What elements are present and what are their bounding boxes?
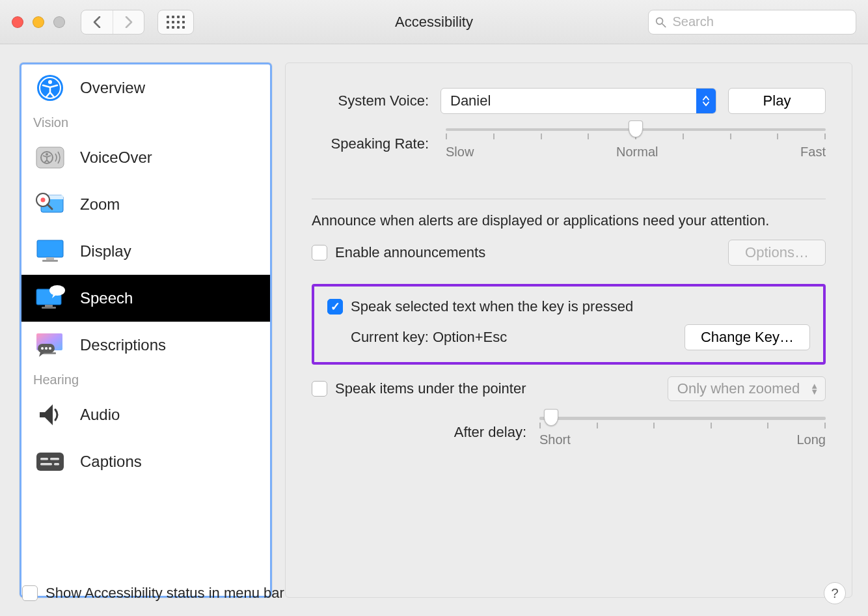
audio-icon xyxy=(32,399,68,430)
sidebar-item-overview[interactable]: Overview xyxy=(21,64,270,111)
sidebar-item-zoom[interactable]: Zoom xyxy=(21,181,270,228)
show-status-checkbox[interactable] xyxy=(22,585,38,601)
enable-announcements-label: Enable announcements xyxy=(335,244,485,261)
show-all-button[interactable] xyxy=(157,10,194,35)
after-delay-slider[interactable]: Short Long xyxy=(539,417,826,447)
speak-pointer-label: Speak items under the pointer xyxy=(335,380,526,397)
slider-thumb[interactable] xyxy=(544,409,558,426)
svg-rect-14 xyxy=(46,257,54,260)
back-button[interactable] xyxy=(81,10,113,34)
speaking-rate-row: Speaking Rate: Slow Normal Fast xyxy=(312,128,826,160)
delay-tick-short: Short xyxy=(539,432,571,447)
title-bar: Accessibility xyxy=(0,0,868,44)
svg-point-11 xyxy=(41,198,46,203)
speaking-rate-slider[interactable]: Slow Normal Fast xyxy=(446,128,826,160)
help-icon: ? xyxy=(831,586,838,601)
sidebar[interactable]: Overview Vision VoiceOver Zoom Display S xyxy=(20,63,272,598)
descriptions-icon xyxy=(32,329,68,361)
sidebar-item-descriptions[interactable]: Descriptions xyxy=(21,322,270,369)
search-input[interactable] xyxy=(671,14,850,30)
captions-icon xyxy=(32,446,68,477)
minimize-window-button[interactable] xyxy=(33,16,44,28)
accessibility-icon xyxy=(32,72,68,104)
svg-rect-13 xyxy=(37,240,63,257)
svg-rect-15 xyxy=(42,260,58,262)
after-delay-label: After delay: xyxy=(344,424,526,441)
announcements-options-button: Options… xyxy=(728,240,826,266)
footer-row: Show Accessibility status in menu bar xyxy=(22,585,284,602)
speak-pointer-row: Speak items under the pointer Only when … xyxy=(312,376,826,401)
sidebar-item-label: Speech xyxy=(80,289,133,307)
system-voice-row: System Voice: Daniel Play xyxy=(312,88,826,114)
after-delay-row: After delay: Short Long xyxy=(312,417,826,447)
speaking-rate-label: Speaking Rate: xyxy=(312,135,429,152)
speak-selected-text-label: Speak selected text when the key is pres… xyxy=(351,298,633,315)
svg-point-19 xyxy=(49,285,65,296)
current-key-label: Current key: Option+Esc xyxy=(351,329,507,346)
rate-tick-fast: Fast xyxy=(800,145,826,160)
sidebar-section-hearing: Hearing xyxy=(21,369,270,391)
show-status-label: Show Accessibility status in menu bar xyxy=(46,585,284,602)
updown-icon: ▲▼ xyxy=(810,383,819,395)
svg-point-24 xyxy=(41,347,44,350)
svg-rect-31 xyxy=(54,463,59,466)
voiceover-icon xyxy=(32,142,68,173)
sidebar-section-vision: Vision xyxy=(21,111,270,134)
svg-point-4 xyxy=(48,80,52,84)
enable-announcements-row: Enable announcements Options… xyxy=(312,240,826,266)
speech-icon xyxy=(32,283,68,314)
system-voice-label: System Voice: xyxy=(312,92,429,109)
svg-rect-30 xyxy=(40,463,52,466)
svg-point-0 xyxy=(657,18,663,24)
sidebar-item-voiceover[interactable]: VoiceOver xyxy=(21,134,270,181)
announce-description: Announce when alerts are displayed or ap… xyxy=(312,212,826,229)
system-voice-select[interactable]: Daniel xyxy=(441,88,716,114)
sidebar-item-label: Captions xyxy=(80,453,142,471)
play-voice-button[interactable]: Play xyxy=(728,88,826,114)
sidebar-item-label: Audio xyxy=(80,406,120,424)
select-arrows-icon xyxy=(696,89,716,113)
search-box[interactable] xyxy=(648,10,856,35)
speak-pointer-checkbox[interactable] xyxy=(312,381,327,397)
svg-rect-28 xyxy=(40,458,48,460)
window-controls xyxy=(12,16,65,28)
chevron-left-icon xyxy=(93,16,101,28)
divider xyxy=(312,199,826,199)
search-icon xyxy=(655,16,666,28)
sidebar-item-display[interactable]: Display xyxy=(21,228,270,275)
delay-tick-long: Long xyxy=(797,432,826,447)
zoom-icon xyxy=(32,189,68,220)
sidebar-item-audio[interactable]: Audio xyxy=(21,391,270,438)
nav-group xyxy=(81,10,144,35)
main-panel: System Voice: Daniel Play Speaking Rate: xyxy=(285,63,852,598)
system-voice-value: Daniel xyxy=(450,92,491,109)
svg-point-26 xyxy=(49,347,51,350)
rate-tick-slow: Slow xyxy=(446,145,474,160)
sidebar-item-label: Descriptions xyxy=(80,336,166,354)
pointer-mode-value: Only when zoomed xyxy=(677,380,800,397)
forward-button[interactable] xyxy=(113,10,144,34)
display-icon xyxy=(32,236,68,267)
sidebar-item-label: Display xyxy=(80,242,131,260)
speak-selected-text-checkbox[interactable] xyxy=(327,299,343,315)
sidebar-item-label: Zoom xyxy=(80,195,120,214)
svg-point-7 xyxy=(46,153,48,156)
svg-point-25 xyxy=(45,347,47,350)
content: Overview Vision VoiceOver Zoom Display S xyxy=(0,44,868,616)
svg-rect-18 xyxy=(42,307,56,309)
sidebar-item-captions[interactable]: Captions xyxy=(21,438,270,485)
close-window-button[interactable] xyxy=(12,16,23,28)
change-key-button[interactable]: Change Key… xyxy=(685,324,810,350)
sidebar-item-label: VoiceOver xyxy=(80,148,152,167)
svg-rect-27 xyxy=(36,453,64,471)
chevron-right-icon xyxy=(125,16,133,28)
help-button[interactable]: ? xyxy=(824,582,846,604)
pointer-mode-select: Only when zoomed ▲▼ xyxy=(668,376,826,401)
sidebar-item-speech[interactable]: Speech xyxy=(21,275,270,322)
slider-thumb[interactable] xyxy=(629,120,643,137)
enable-announcements-checkbox[interactable] xyxy=(312,245,327,260)
svg-rect-29 xyxy=(50,458,59,460)
zoom-window-button[interactable] xyxy=(53,16,65,28)
speak-key-highlight: Speak selected text when the key is pres… xyxy=(312,284,826,365)
grid-icon xyxy=(167,16,185,29)
